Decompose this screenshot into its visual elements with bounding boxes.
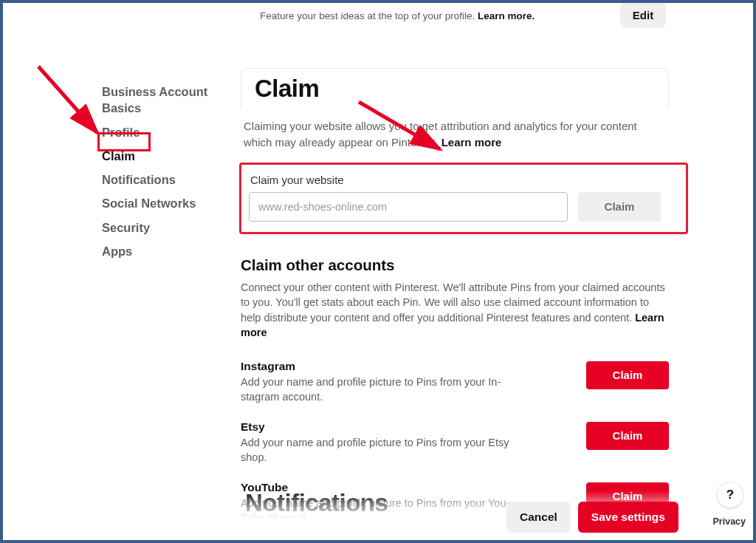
edit-button[interactable]: Edit (620, 1, 666, 28)
featured-learn-more-link[interactable]: Learn more. (478, 10, 535, 21)
account-name-instagram: Instagram (241, 360, 521, 373)
account-desc-etsy: Add your name and profile picture to Pin… (241, 435, 521, 465)
claim-desc-text: Claiming your website allows you to get … (244, 120, 637, 148)
featured-boards-desc: Feature your best ideas at the top of yo… (260, 10, 535, 21)
cancel-button[interactable]: Cancel (506, 502, 571, 533)
help-button[interactable]: ? (718, 482, 743, 508)
claim-heading-card: Claim (241, 68, 669, 108)
sidebar-item-business-basics[interactable]: Business Account Basics (102, 80, 235, 120)
claim-learn-more-link[interactable]: Learn more (441, 136, 502, 148)
claim-description: Claiming your website allows you to get … (241, 108, 669, 161)
claim-etsy-button[interactable]: Claim (586, 422, 669, 450)
other-accounts-description: Connect your other content with Pinteres… (241, 280, 669, 341)
privacy-link[interactable]: Privacy (713, 516, 746, 527)
settings-sidebar: Business Account Basics Profile Claim No… (102, 80, 235, 263)
sidebar-item-social-networks[interactable]: Social Networks (102, 191, 235, 215)
main-content: Claim Claiming your website allows you t… (241, 68, 669, 525)
claim-website-button[interactable]: Claim (578, 192, 661, 222)
other-accounts-heading: Claim other accounts (241, 256, 669, 274)
claim-heading: Claim (255, 75, 319, 103)
footer-buttons: Cancel Save settings (506, 502, 678, 533)
website-url-input[interactable] (249, 192, 568, 222)
other-desc-text: Connect your other content with Pinteres… (241, 281, 665, 324)
sidebar-item-notifications[interactable]: Notifications (102, 168, 235, 191)
featured-desc-text: Feature your best ideas at the top of yo… (260, 10, 478, 21)
account-row-etsy: Etsy Add your name and profile picture t… (241, 420, 669, 465)
account-name-etsy: Etsy (241, 420, 521, 434)
sidebar-item-claim[interactable]: Claim (102, 144, 235, 168)
sidebar-item-apps[interactable]: Apps (102, 239, 235, 263)
next-section-heading: Notifications (245, 489, 388, 517)
claim-website-box: Claim your website Claim (239, 163, 688, 234)
save-settings-button[interactable]: Save settings (578, 502, 678, 533)
claim-instagram-button[interactable]: Claim (586, 361, 669, 389)
sidebar-item-security[interactable]: Security (102, 216, 235, 239)
account-row-instagram: Instagram Add your name and profile pict… (241, 360, 669, 404)
claim-other-accounts-section: Claim other accounts Connect your other … (241, 256, 669, 525)
sidebar-item-profile[interactable]: Profile (102, 120, 235, 144)
svg-line-0 (38, 66, 97, 133)
account-desc-instagram: Add your name and profile picture to Pin… (241, 375, 521, 404)
claim-website-label: Claim your website (250, 174, 678, 186)
featured-boards-strip: Feature your best ideas at the top of yo… (245, 3, 666, 37)
